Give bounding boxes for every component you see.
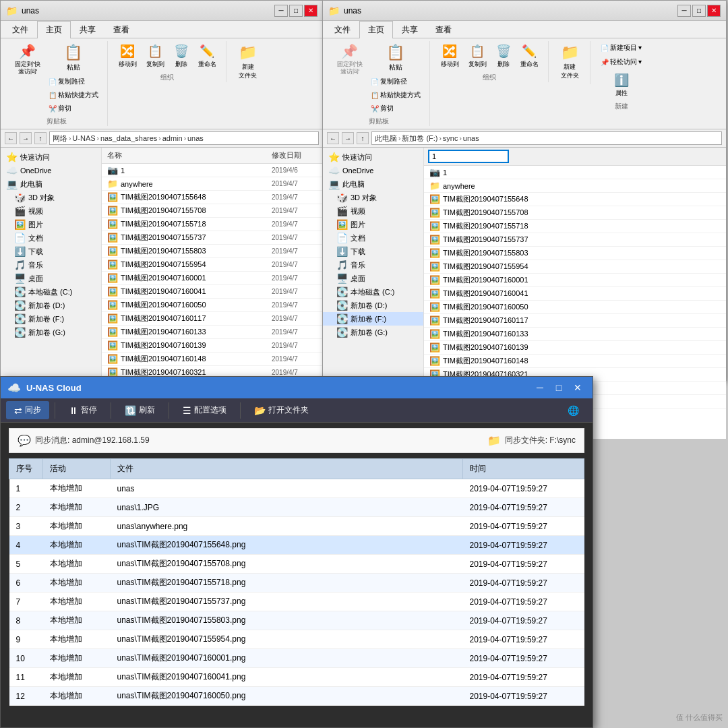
globe-btn[interactable]: 🌐 (559, 402, 587, 419)
copy-to-btn-1[interactable]: 📋 复制到 (142, 41, 169, 71)
maximize-btn-2[interactable]: □ (692, 5, 706, 17)
bc2-item-4[interactable]: unas (463, 134, 479, 142)
sidebar-music-1[interactable]: 🎵音乐 (1, 258, 101, 272)
sidebar-docs-2[interactable]: 📄文档 (323, 231, 423, 245)
sidebar-d-2[interactable]: 💽新加卷 (D:) (323, 299, 423, 312)
file-row[interactable]: 🖼️ TIM截图20190407155718 (424, 220, 726, 233)
bc2-item-3[interactable]: sync (443, 134, 458, 142)
forward-btn-1[interactable]: → (20, 132, 32, 144)
up-btn-1[interactable]: ↑ (34, 132, 47, 144)
cut-btn-1[interactable]: ✂️ 剪切 (45, 102, 102, 115)
address-path-1[interactable]: 网络 › U-NAS › nas_data_shares › admin › u… (49, 131, 319, 145)
copy-path-btn-1[interactable]: 📄 复制路径 (45, 75, 102, 88)
copy-path-btn-2[interactable]: 📄 复制路径 (367, 75, 424, 88)
file-row[interactable]: 🖼️ TIM截图20190407160139 2019/4/7 (102, 339, 323, 353)
bc-item-5[interactable]: unas (187, 134, 204, 142)
unas-maximize-btn[interactable]: □ (551, 381, 567, 394)
bc-item-2[interactable]: U-NAS (72, 134, 95, 142)
paste-shortcut-btn-1[interactable]: 📋 粘贴快捷方式 (45, 88, 102, 102)
sidebar-video-2[interactable]: 🎬视频 (323, 204, 423, 218)
pause-btn[interactable]: ⏸ 暂停 (61, 401, 105, 419)
file-row[interactable]: 📷 1 (424, 166, 726, 179)
file-row[interactable]: 🖼️ TIM截图20190407160050 (424, 301, 726, 314)
file-row[interactable]: 🖼️ TIM截图20190407155803 (424, 247, 726, 260)
file-row[interactable]: 🖼️ TIM截图20190407155648 2019/4/7 (102, 191, 323, 204)
maximize-btn-1[interactable]: □ (289, 5, 303, 17)
move-btn-1[interactable]: 🔀 移动到 (115, 41, 141, 71)
address-path-2[interactable]: 此电脑 › 新加卷 (F:) › sync › unas (371, 131, 722, 145)
sidebar-pics-1[interactable]: 🖼️图片 (1, 218, 101, 231)
table-row[interactable]: 10 本地增加 unas\TIM截图20190407160001.png 201… (9, 649, 584, 668)
sidebar-c-2[interactable]: 💽本地磁盘 (C:) (323, 285, 423, 299)
table-row[interactable]: 2 本地增加 unas\1.JPG 2019-04-07T19:59:27 (9, 498, 584, 517)
table-row[interactable]: 3 本地增加 unas\anywhere.png 2019-04-07T19:5… (9, 517, 584, 536)
table-row[interactable]: 12 本地增加 unas\TIM截图20190407160050.png 201… (9, 687, 584, 706)
file-row[interactable]: 🖼️ TIM截图20190407160001 (424, 274, 726, 287)
table-row[interactable]: 7 本地增加 unas\TIM截图20190407155737.png 2019… (9, 593, 584, 611)
easy-access-btn-2[interactable]: 📌 轻松访问 ▾ (597, 55, 646, 69)
tab-view-2[interactable]: 查看 (427, 21, 460, 38)
file-row[interactable]: 📁 anywhere 2019/4/7 (102, 177, 323, 191)
file-row[interactable]: 📷 1 2019/4/6 (102, 164, 323, 177)
paste-btn-2[interactable]: 📋 粘贴 (367, 41, 424, 75)
sidebar-g-1[interactable]: 💽新加卷 (G:) (1, 326, 101, 339)
bc-item-1[interactable]: 网络 (53, 133, 67, 144)
pin-btn-2[interactable]: 📌 固定到'快速访问' (334, 41, 366, 78)
table-row[interactable]: 9 本地增加 unas\TIM截图20190407155954.png 2019… (9, 630, 584, 649)
file-row[interactable]: 🖼️ TIM截图20190407155708 2019/4/7 (102, 204, 323, 218)
file-row[interactable]: 🖼️ TIM截图20190407160001 2019/4/7 (102, 272, 323, 285)
file-row[interactable]: 📁 anywhere (424, 179, 726, 193)
file-row[interactable]: 🖼️ TIM截图20190407155708 (424, 206, 726, 220)
file-row[interactable]: 🖼️ TIM截图20190407160050 2019/4/7 (102, 299, 323, 312)
config-btn[interactable]: ☰ 配置选项 (175, 401, 235, 419)
tab-home-2[interactable]: 主页 (359, 21, 393, 38)
table-row[interactable]: 11 本地增加 unas\TIM截图20190407160041.png 201… (9, 668, 584, 687)
tab-file-2[interactable]: 文件 (326, 21, 359, 38)
sidebar-quick-access-1[interactable]: ⭐快速访问 (1, 150, 101, 164)
unas-close-btn[interactable]: ✕ (570, 381, 586, 394)
sidebar-onedrive-1[interactable]: ☁️OneDrive (1, 164, 101, 177)
sidebar-c-1[interactable]: 💽本地磁盘 (C:) (1, 285, 101, 299)
close-btn-2[interactable]: ✕ (707, 5, 721, 17)
file-row[interactable]: 🖼️ TIM截图20190407155718 2019/4/7 (102, 218, 323, 231)
sidebar-dl-1[interactable]: ⬇️下载 (1, 245, 101, 258)
cut-btn-2[interactable]: ✂️ 剪切 (367, 102, 424, 115)
file-row[interactable]: 🖼️ TIM截图20190407155737 (424, 233, 726, 247)
sidebar-3d-2[interactable]: 🎲3D 对象 (323, 191, 423, 204)
file-row[interactable]: 🖼️ TIM截图20190407155954 2019/4/7 (102, 258, 323, 272)
rename-btn-2[interactable]: ✏️ 重命名 (516, 41, 543, 71)
bc2-item-1[interactable]: 此电脑 (375, 133, 397, 144)
new-folder-btn-2[interactable]: 📁 新建文件夹 (557, 41, 583, 83)
search-input-2[interactable] (428, 150, 509, 163)
open-folder-btn[interactable]: 📂 打开文件夹 (246, 401, 317, 419)
table-row[interactable]: 1 本地增加 unas 2019-04-07T19:59:27 (9, 479, 584, 498)
sidebar-music-2[interactable]: 🎵音乐 (323, 258, 423, 272)
tab-share-1[interactable]: 共享 (71, 21, 104, 38)
new-folder-btn-1[interactable]: 📁 新建文件夹 (235, 41, 261, 83)
copy-to-btn-2[interactable]: 📋 复制到 (464, 41, 491, 71)
file-row[interactable]: 🖼️ TIM截图20190407160148 2019/4/7 (102, 353, 323, 366)
sidebar-d-1[interactable]: 💽新加卷 (D:) (1, 299, 101, 312)
file-row[interactable]: 🖼️ TIM截图20190407155954 (424, 260, 726, 274)
sidebar-3d-1[interactable]: 🎲3D 对象 (1, 191, 101, 204)
table-row[interactable]: 4 本地增加 unas\TIM截图20190407155648.png 2019… (9, 536, 584, 555)
sidebar-this-pc-2[interactable]: 💻此电脑 (323, 177, 423, 191)
bc-item-3[interactable]: nas_data_shares (100, 134, 157, 142)
sidebar-this-pc-1[interactable]: 💻此电脑 (1, 177, 101, 191)
forward-btn-2[interactable]: → (342, 132, 354, 144)
back-btn-2[interactable]: ← (327, 132, 339, 144)
tab-share-2[interactable]: 共享 (393, 21, 427, 38)
up-btn-2[interactable]: ↑ (357, 132, 369, 144)
minimize-btn-1[interactable]: ─ (274, 5, 288, 17)
sidebar-pics-2[interactable]: 🖼️图片 (323, 218, 423, 231)
sidebar-onedrive-2[interactable]: ☁️OneDrive (323, 164, 423, 177)
props-btn-2[interactable]: ℹ️ 属性 (610, 70, 633, 100)
sidebar-f-1[interactable]: 💽新加卷 (F:) (1, 312, 101, 326)
new-item-btn-2[interactable]: 📄 新建项目 ▾ (597, 41, 646, 55)
sidebar-desktop-2[interactable]: 🖥️桌面 (323, 272, 423, 285)
file-row[interactable]: 🖼️ TIM截图20190407155803 2019/4/7 (102, 245, 323, 258)
move-btn-2[interactable]: 🔀 移动到 (437, 41, 463, 71)
back-btn-1[interactable]: ← (5, 132, 17, 144)
file-row[interactable]: 🖼️ TIM截图20190407160117 2019/4/7 (102, 312, 323, 326)
tab-home-1[interactable]: 主页 (37, 21, 71, 38)
